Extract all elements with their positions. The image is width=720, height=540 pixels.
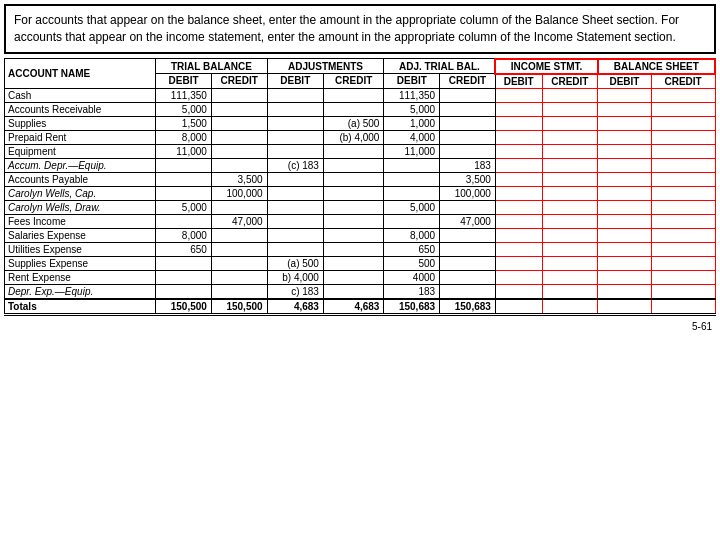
bs-debit-cell [598,200,651,214]
atb-credit-cell: 47,000 [440,214,496,228]
is-debit-cell [495,144,542,158]
account-name-cell: Accounts Payable [5,172,156,186]
accounting-table: ACCOUNT NAME TRIAL BALANCE ADJUSTMENTS A… [4,58,716,316]
is-debit-cell [495,284,542,299]
tb-debit-cell [156,172,212,186]
tb-credit-cell [211,256,267,270]
bs-credit-cell [651,130,715,144]
tb-debit-cell: 650 [156,242,212,256]
bs-debit-cell [598,102,651,116]
adj-credit-cell [323,214,384,228]
atb-debit-cell: 111,350 [384,88,440,102]
tb-credit-cell [211,228,267,242]
is-credit-cell [542,186,598,200]
tb-credit-header: CREDIT [211,74,267,89]
account-name-cell: Equipment [5,144,156,158]
is-credit-cell [542,228,598,242]
tb-debit-cell: 150,500 [156,299,212,315]
bs-debit-cell [598,172,651,186]
atb-debit-cell: 500 [384,256,440,270]
is-debit-cell [495,299,542,315]
adj-debit-cell: 4,683 [267,299,323,315]
adj-credit-cell [323,158,384,172]
bs-credit-cell [651,186,715,200]
is-debit-cell [495,256,542,270]
intro-text: For accounts that appear on the balance … [4,4,716,54]
account-name-cell: Carolyn Wells, Cap. [5,186,156,200]
adj-credit-cell [323,200,384,214]
is-credit-cell [542,299,598,315]
adj-debit-cell [267,102,323,116]
adj-trial-bal-header: ADJ. TRIAL BAL. [384,59,495,74]
is-debit-cell [495,88,542,102]
bs-debit-cell [598,116,651,130]
account-name-cell: Carolyn Wells, Draw. [5,200,156,214]
adj-credit-cell: (b) 4,000 [323,130,384,144]
atb-debit-cell [384,186,440,200]
atb-debit-cell: 4000 [384,270,440,284]
account-name-cell: Depr. Exp.—Equip. [5,284,156,299]
tb-credit-cell [211,270,267,284]
adj-debit-cell [267,186,323,200]
bs-debit-cell [598,186,651,200]
bs-debit-cell [598,214,651,228]
atb-debit-cell: 4,000 [384,130,440,144]
tb-debit-cell: 11,000 [156,144,212,158]
adj-debit-cell [267,144,323,158]
bs-credit-cell [651,270,715,284]
is-debit-cell [495,158,542,172]
tb-credit-cell [211,130,267,144]
is-debit-cell [495,200,542,214]
bs-debit-header: DEBIT [598,74,651,89]
adj-debit-cell [267,172,323,186]
bs-debit-cell [598,130,651,144]
adj-debit-cell: (a) 500 [267,256,323,270]
is-debit-cell [495,172,542,186]
atb-credit-cell [440,242,496,256]
atb-credit-cell [440,256,496,270]
page-number: 5-61 [692,321,712,332]
adj-debit-cell [267,130,323,144]
tb-credit-cell: 47,000 [211,214,267,228]
tb-credit-cell [211,144,267,158]
account-name-cell: Supplies [5,116,156,130]
tb-debit-cell [156,284,212,299]
atb-credit-cell [440,88,496,102]
bs-debit-cell [598,242,651,256]
bs-credit-cell [651,228,715,242]
bs-credit-cell [651,158,715,172]
adj-credit-cell [323,270,384,284]
is-credit-cell [542,214,598,228]
account-name-cell: Accounts Receivable [5,102,156,116]
tb-debit-cell: 111,350 [156,88,212,102]
atb-debit-cell [384,172,440,186]
adj-debit-cell [267,228,323,242]
atb-debit-cell: 5,000 [384,102,440,116]
is-credit-cell [542,144,598,158]
is-debit-cell [495,214,542,228]
bs-credit-cell [651,214,715,228]
account-name-cell: Prepaid Rent [5,130,156,144]
bs-debit-cell [598,158,651,172]
atb-credit-cell: 183 [440,158,496,172]
is-credit-cell [542,200,598,214]
atb-credit-header: CREDIT [440,74,496,89]
bs-credit-cell [651,116,715,130]
adj-debit-header: DEBIT [267,74,323,89]
tb-debit-cell: 5,000 [156,102,212,116]
tb-credit-cell [211,88,267,102]
account-name-cell: Rent Expense [5,270,156,284]
is-credit-header: CREDIT [542,74,598,89]
adj-credit-cell [323,242,384,256]
is-debit-cell [495,242,542,256]
is-debit-cell [495,116,542,130]
tb-credit-cell [211,200,267,214]
tb-debit-header: DEBIT [156,74,212,89]
adj-credit-cell [323,88,384,102]
atb-debit-header: DEBIT [384,74,440,89]
atb-credit-cell [440,116,496,130]
is-debit-cell [495,102,542,116]
is-credit-cell [542,158,598,172]
bs-credit-cell [651,242,715,256]
is-credit-cell [542,88,598,102]
